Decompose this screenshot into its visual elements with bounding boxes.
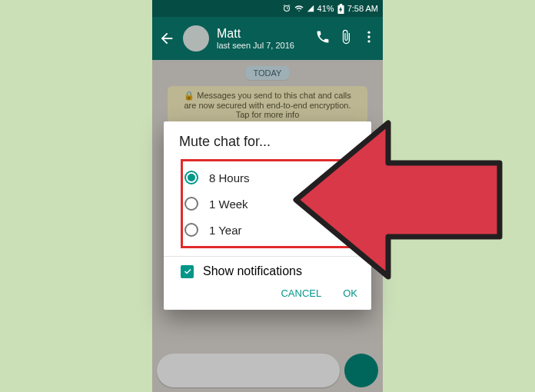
alarm-icon: [282, 4, 291, 13]
option-label: 8 Hours: [209, 171, 250, 184]
svg-point-0: [367, 32, 370, 34]
svg-point-2: [367, 40, 370, 42]
clock-text: 7:58 AM: [347, 4, 378, 13]
option-1-year[interactable]: 1 Year: [184, 217, 355, 243]
call-icon[interactable]: [315, 29, 331, 48]
attach-icon[interactable]: [338, 29, 354, 48]
avatar[interactable]: [183, 25, 209, 51]
signal-icon: [307, 5, 314, 12]
option-label: 1 Year: [209, 224, 242, 237]
contact-name: Matt: [217, 27, 307, 41]
show-notifications-row[interactable]: Show notifications: [164, 257, 371, 281]
checkbox-label: Show notifications: [203, 264, 302, 278]
options-highlight: 8 Hours 1 Week 1 Year: [181, 159, 359, 248]
option-label: 1 Week: [209, 198, 248, 211]
mute-dialog: Mute chat for... 8 Hours 1 Week 1 Year S…: [164, 121, 371, 310]
wifi-icon: [294, 4, 304, 13]
chat-title[interactable]: Matt last seen Jul 7, 2016: [217, 27, 307, 50]
option-8-hours[interactable]: 8 Hours: [184, 164, 355, 191]
checkbox-checked-icon: [181, 265, 194, 278]
app-bar: Matt last seen Jul 7, 2016: [152, 17, 383, 60]
dialog-title: Mute chat for...: [164, 121, 371, 156]
cancel-button[interactable]: CANCEL: [281, 287, 321, 299]
ok-button[interactable]: OK: [343, 287, 357, 299]
battery-icon: [337, 4, 344, 14]
radio-checked-icon: [184, 171, 198, 184]
back-icon[interactable]: [158, 30, 175, 47]
dialog-actions: CANCEL OK: [164, 281, 371, 310]
last-seen: last seen Jul 7, 2016: [217, 41, 307, 50]
svg-point-1: [367, 35, 370, 38]
radio-icon: [184, 197, 198, 211]
radio-icon: [184, 223, 198, 237]
status-bar: 41% 7:58 AM: [152, 0, 383, 17]
battery-text: 41%: [317, 4, 334, 13]
option-1-week[interactable]: 1 Week: [184, 191, 355, 217]
more-icon[interactable]: [361, 29, 377, 48]
